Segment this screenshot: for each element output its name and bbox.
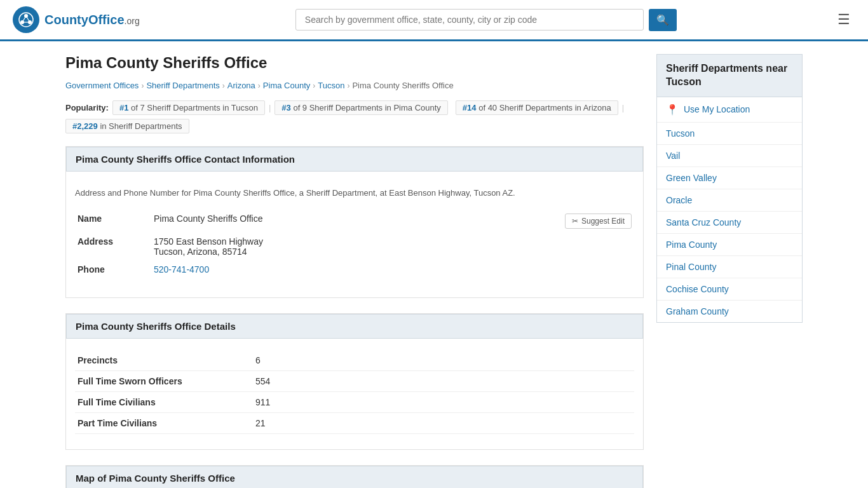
search-input[interactable] bbox=[295, 9, 644, 30]
pt-civilians-value: 21 bbox=[253, 412, 634, 433]
address-value: 1750 East Benson Highway Tucson, Arizona… bbox=[151, 233, 634, 261]
sidebar-link-vail[interactable]: Vail bbox=[657, 145, 802, 166]
table-row: Part Time Civilians 21 bbox=[75, 412, 634, 433]
details-table: Precincts 6 Full Time Sworn Officers 554… bbox=[75, 350, 634, 434]
list-item: Graham County bbox=[657, 301, 802, 322]
edit-icon: ✂ bbox=[572, 217, 578, 226]
use-my-location-button[interactable]: 📍 Use My Location bbox=[657, 97, 802, 123]
main-container: Pima County Sheriffs Office Government O… bbox=[53, 41, 815, 488]
table-row: Precincts 6 bbox=[75, 350, 634, 371]
list-item: Pima County bbox=[657, 234, 802, 256]
details-section-header: Pima County Sheriffs Office Details bbox=[66, 314, 643, 339]
popularity-item-1: #1 of 7 Sheriff Departments in Tucson bbox=[112, 100, 265, 115]
popularity-item-3: #14 of 40 Sheriff Departments in Arizona bbox=[456, 100, 618, 115]
bc-sep-3: › bbox=[258, 81, 261, 90]
search-icon: 🔍 bbox=[656, 15, 669, 25]
contact-content: Address and Phone Number for Pima County… bbox=[66, 180, 643, 297]
logo-area: CountyOffice.org bbox=[13, 6, 140, 33]
list-item: Oracle bbox=[657, 189, 802, 212]
suggest-edit-button[interactable]: ✂ Suggest Edit bbox=[565, 214, 632, 229]
sidebar-link-pinal-county[interactable]: Pinal County bbox=[657, 256, 802, 278]
phone-label: Phone bbox=[75, 261, 151, 278]
pt-civilians-label: Part Time Civilians bbox=[75, 412, 253, 433]
popularity-bar: Popularity: #1 of 7 Sheriff Departments … bbox=[65, 100, 644, 133]
logo-icon bbox=[13, 6, 39, 33]
map-section: Map of Pima County Sheriffs Office View … bbox=[65, 465, 644, 489]
sidebar-link-cochise-county[interactable]: Cochise County bbox=[657, 278, 802, 300]
sidebar-header: Sheriff Departments near Tucson bbox=[656, 54, 803, 97]
popularity-item-4: #2,229 in Sheriff Departments bbox=[65, 119, 189, 133]
breadcrumb-pima-county[interactable]: Pima County bbox=[263, 81, 310, 90]
popularity-label: Popularity: bbox=[65, 103, 109, 112]
menu-button[interactable]: ☰ bbox=[832, 9, 855, 30]
list-item: Tucson bbox=[657, 123, 802, 145]
name-label: Name bbox=[75, 210, 151, 233]
contact-section: Pima County Sheriffs Office Contact Info… bbox=[65, 146, 644, 298]
bc-sep-1: › bbox=[141, 81, 144, 90]
search-area: 🔍 bbox=[295, 9, 677, 31]
logo-text-area: CountyOffice.org bbox=[44, 13, 140, 27]
sworn-officers-label: Full Time Sworn Officers bbox=[75, 370, 253, 391]
sidebar-content: 📍 Use My Location Tucson Vail Green Vall… bbox=[656, 97, 803, 323]
contact-section-header: Pima County Sheriffs Office Contact Info… bbox=[66, 147, 643, 172]
sidebar: Sheriff Departments near Tucson 📍 Use My… bbox=[656, 54, 803, 488]
sworn-officers-value: 554 bbox=[253, 370, 634, 391]
bc-sep-4: › bbox=[313, 81, 315, 90]
list-item: Cochise County bbox=[657, 278, 802, 301]
address-label: Address bbox=[75, 233, 151, 261]
sidebar-link-tucson[interactable]: Tucson bbox=[657, 123, 802, 144]
list-item: Pinal County bbox=[657, 256, 802, 278]
sidebar-link-oracle[interactable]: Oracle bbox=[657, 189, 802, 211]
bc-sep-2: › bbox=[222, 81, 225, 90]
contact-table: Name Pima County Sheriffs Office ✂ Sugge… bbox=[75, 210, 634, 278]
list-item: Green Valley bbox=[657, 167, 802, 189]
popularity-item-2: #3 of 9 Sheriff Departments in Pima Coun… bbox=[275, 100, 448, 115]
breadcrumb-arizona[interactable]: Arizona bbox=[227, 81, 255, 90]
list-item: Vail bbox=[657, 145, 802, 167]
ft-civilians-value: 911 bbox=[253, 391, 634, 412]
sidebar-link-pima-county[interactable]: Pima County bbox=[657, 234, 802, 255]
list-item: Santa Cruz County bbox=[657, 212, 802, 234]
name-value: Pima County Sheriffs Office ✂ Suggest Ed… bbox=[151, 210, 634, 233]
page-title: Pima County Sheriffs Office bbox=[65, 54, 644, 72]
breadcrumb-gov-offices[interactable]: Government Offices bbox=[65, 81, 139, 90]
details-section: Pima County Sheriffs Office Details Prec… bbox=[65, 313, 644, 450]
header: CountyOffice.org 🔍 ☰ bbox=[0, 0, 868, 41]
details-content: Precincts 6 Full Time Sworn Officers 554… bbox=[66, 348, 643, 449]
logo-main-text: CountyOffice.org bbox=[44, 13, 140, 27]
table-row: Name Pima County Sheriffs Office ✂ Sugge… bbox=[75, 210, 634, 233]
contact-description: Address and Phone Number for Pima County… bbox=[75, 187, 634, 200]
table-row: Phone 520-741-4700 bbox=[75, 261, 634, 278]
phone-link[interactable]: 520-741-4700 bbox=[154, 264, 209, 274]
ft-civilians-label: Full Time Civilians bbox=[75, 391, 253, 412]
breadcrumb: Government Offices › Sheriff Departments… bbox=[65, 81, 644, 90]
bc-sep-5: › bbox=[347, 81, 349, 90]
sidebar-link-green-valley[interactable]: Green Valley bbox=[657, 167, 802, 189]
breadcrumb-sheriff-dept[interactable]: Sheriff Departments bbox=[146, 81, 219, 90]
sidebar-link-santa-cruz[interactable]: Santa Cruz County bbox=[657, 212, 802, 233]
table-row: Full Time Civilians 911 bbox=[75, 391, 634, 412]
svg-point-0 bbox=[17, 11, 35, 29]
content-area: Pima County Sheriffs Office Government O… bbox=[65, 54, 644, 488]
map-section-header: Map of Pima County Sheriffs Office bbox=[66, 466, 643, 489]
breadcrumb-tucson[interactable]: Tucson bbox=[318, 81, 344, 90]
breadcrumb-current: Pima County Sheriffs Office bbox=[352, 81, 453, 90]
sidebar-link-graham-county[interactable]: Graham County bbox=[657, 301, 802, 322]
hamburger-icon: ☰ bbox=[837, 11, 850, 27]
precincts-value: 6 bbox=[253, 350, 634, 371]
search-button[interactable]: 🔍 bbox=[649, 9, 677, 31]
location-pin-icon: 📍 bbox=[666, 104, 679, 116]
phone-value: 520-741-4700 bbox=[151, 261, 634, 278]
table-row: Full Time Sworn Officers 554 bbox=[75, 370, 634, 391]
sidebar-links-list: Tucson Vail Green Valley Oracle Santa Cr… bbox=[657, 123, 802, 322]
table-row: Address 1750 East Benson Highway Tucson,… bbox=[75, 233, 634, 261]
precincts-label: Precincts bbox=[75, 350, 253, 371]
